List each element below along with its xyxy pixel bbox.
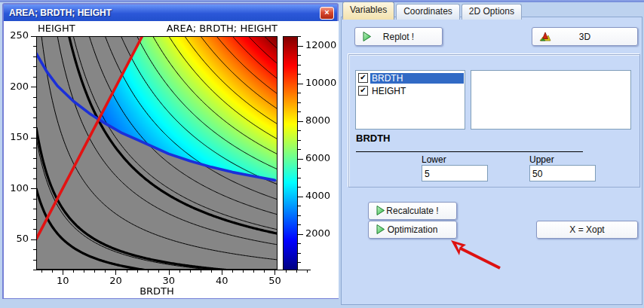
list-item-height[interactable]: HEIGHT bbox=[356, 84, 465, 97]
replot-button[interactable]: Replot ! bbox=[354, 27, 443, 46]
tab-variables[interactable]: Variables bbox=[342, 2, 394, 20]
list-item-brdth[interactable]: BRDTH bbox=[356, 72, 465, 84]
threed-button-label: 3D bbox=[579, 32, 590, 42]
xopt-button[interactable]: X = Xopt bbox=[536, 221, 638, 239]
checkbox-checked-icon[interactable] bbox=[358, 73, 368, 83]
annotation-arrow bbox=[441, 235, 513, 274]
variable-bounds-group: BRDTH HEIGHT BRDTH Lower Upper bbox=[348, 54, 640, 188]
secondary-listbox[interactable] bbox=[471, 70, 631, 130]
tab-coordinates[interactable]: Coordinates bbox=[396, 4, 460, 20]
run-icon bbox=[376, 206, 385, 215]
lower-bound-input[interactable] bbox=[422, 165, 488, 181]
plot-window: AREA; BRDTH; HEIGHT × bbox=[2, 3, 339, 299]
plot-window-titlebar[interactable]: AREA; BRDTH; HEIGHT × bbox=[4, 5, 337, 21]
tab-bar: Variables Coordinates 2D Options bbox=[342, 2, 523, 20]
recalculate-button[interactable]: Recalculate ! bbox=[368, 202, 457, 220]
lower-label: Lower bbox=[422, 154, 446, 165]
run-icon bbox=[362, 32, 372, 41]
threed-button[interactable]: 3D bbox=[532, 27, 638, 46]
upper-label: Upper bbox=[529, 154, 554, 165]
checkbox-checked-icon[interactable] bbox=[358, 86, 368, 96]
list-item-label: HEIGHT bbox=[370, 86, 409, 96]
replot-button-label: Replot ! bbox=[383, 32, 414, 42]
plot-window-title: AREA; BRDTH; HEIGHT bbox=[9, 8, 320, 18]
upper-bound-input[interactable] bbox=[529, 165, 596, 181]
list-item-label: BRDTH bbox=[370, 73, 464, 84]
surface-3d-icon bbox=[539, 32, 551, 42]
xopt-button-label: X = Xopt bbox=[569, 224, 604, 235]
separator-line bbox=[356, 151, 583, 152]
recalculate-button-label: Recalculate ! bbox=[386, 206, 438, 216]
optimization-button-label: Optimization bbox=[388, 224, 438, 235]
variables-listbox[interactable]: BRDTH HEIGHT bbox=[355, 70, 465, 130]
contour-plot-canvas[interactable] bbox=[4, 21, 339, 298]
close-icon[interactable]: × bbox=[320, 7, 334, 20]
selected-variable-label: BRDTH bbox=[356, 133, 391, 144]
tab-2d-options[interactable]: 2D Options bbox=[462, 4, 522, 20]
run-icon bbox=[376, 224, 385, 234]
